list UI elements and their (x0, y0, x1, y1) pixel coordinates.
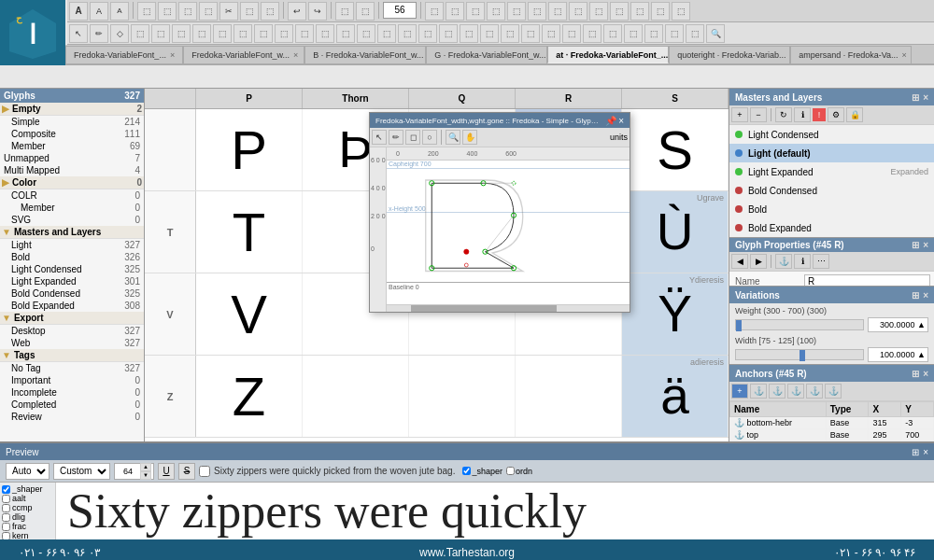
toolbar-btn[interactable]: ⬚ (418, 24, 437, 43)
anchors-add-btn[interactable]: + (731, 384, 748, 399)
toolbar-btn[interactable]: ⬚ (651, 2, 670, 21)
layer-light-default[interactable]: Light (default) (729, 144, 934, 162)
tab-close-icon[interactable]: × (293, 50, 298, 60)
variations-dock-btn[interactable]: ⊞ (912, 290, 919, 301)
glyph-cell-z3[interactable] (409, 356, 516, 437)
toolbar-btn[interactable]: ⬚ (630, 2, 649, 21)
toolbar-btn[interactable]: ⬚ (487, 2, 505, 21)
masters-lock-btn[interactable]: 🔒 (846, 107, 863, 122)
toolbar-btn[interactable]: ⬚ (316, 24, 334, 43)
toolbar-btn[interactable]: ⬚ (528, 2, 546, 21)
anchors-dock-btn[interactable]: ⊞ (912, 369, 919, 379)
feat-dlig-check[interactable] (2, 513, 10, 522)
anchor-row-2[interactable]: ⚓ top Base 295 700 (730, 429, 934, 441)
toolbar-btn[interactable]: ⬚ (178, 2, 197, 21)
sidebar-folder-masters[interactable]: ▼ Masters and Layers (0, 226, 144, 239)
toolbar-btn[interactable]: ⬚ (644, 24, 663, 43)
feat-frac-item[interactable]: frac (2, 522, 53, 531)
toolbar-btn[interactable]: ⬚ (172, 24, 191, 43)
width-value-input[interactable] (868, 347, 928, 362)
toolbar-btn[interactable]: ⬚ (686, 24, 704, 43)
tab-g-fredoka[interactable]: G · Fredoka-VariableFont_w... × (426, 46, 547, 63)
masters-dock-btn[interactable]: ⊞ (912, 92, 919, 103)
tab-active[interactable]: at · Fredoka-VariableFont_... × (547, 46, 669, 63)
toolbar-btn[interactable]: ⬚ (548, 2, 567, 21)
masters-warning-btn[interactable]: ! (813, 108, 826, 121)
weight-value-input[interactable] (868, 317, 928, 332)
sidebar-item-bold[interactable]: Bold 326 (0, 251, 144, 263)
undo-button[interactable]: ↩ (288, 2, 306, 21)
layer-bold-expanded[interactable]: Bold Expanded (729, 218, 934, 237)
anchors-type4[interactable]: ⚓ (806, 384, 823, 399)
toolbar-btn[interactable]: ⬚ (335, 2, 354, 21)
feat-ccmp-check[interactable] (2, 504, 10, 512)
weight-slider[interactable] (735, 319, 864, 330)
toolbar-btn[interactable]: ⬚ (192, 24, 211, 43)
toolbar-btn[interactable]: ⬚ (507, 2, 526, 21)
underline-btn[interactable]: U (158, 463, 175, 480)
edit-tool-select[interactable]: ↖ (372, 130, 387, 145)
toolbar-btn[interactable]: ⬚ (377, 24, 396, 43)
sidebar-item-simple[interactable]: Simple 214 (0, 116, 144, 128)
anchors-type2[interactable]: ⚓ (769, 384, 785, 399)
toolbar-btn[interactable]: ◇ (110, 24, 129, 43)
feat-shaper-item[interactable]: _shaper (2, 484, 53, 494)
sidebar-item-completed[interactable]: Completed 0 (0, 399, 144, 411)
sidebar-item-unmapped[interactable]: Unmapped 7 (0, 152, 144, 164)
toolbar-btn[interactable]: ⬚ (589, 2, 608, 21)
weight-handle[interactable] (736, 320, 742, 331)
feat-kern-check[interactable] (2, 532, 10, 540)
sidebar-item-light[interactable]: Light 327 (0, 239, 144, 251)
sidebar-item-svg[interactable]: SVG 0 (0, 214, 144, 226)
zoom-input[interactable] (383, 2, 417, 19)
masters-remove-btn[interactable]: − (750, 107, 767, 122)
feat-aalt-item[interactable]: aalt (2, 494, 53, 503)
sidebar-item-incomplete[interactable]: Incomplete 0 (0, 386, 144, 399)
glyph-cell-P[interactable]: P (196, 109, 303, 190)
props-info-btn[interactable]: ℹ (794, 254, 811, 269)
glyph-cell-adieresis[interactable]: adieresis ä (622, 356, 729, 437)
toolbar-btn[interactable]: ✏ (90, 24, 108, 43)
sidebar-item-composite[interactable]: Composite 111 (0, 128, 144, 140)
toolbar-btn[interactable]: ⬚ (624, 24, 643, 43)
toolbar-btn[interactable]: ⬚ (131, 24, 149, 43)
tab-fredoka2[interactable]: Fredoka-VariableFont_w... × (183, 46, 304, 63)
glyph-cell-z4[interactable] (516, 356, 622, 437)
sidebar-item-web[interactable]: Web 327 (0, 337, 144, 349)
glyph-cell-Ugrave[interactable]: Ugrave Ù (622, 191, 729, 273)
toolbar-btn[interactable]: ⬚ (356, 2, 375, 21)
props-more-btn[interactable]: ⋯ (813, 254, 829, 269)
editor-scrollbar-h[interactable] (387, 304, 630, 312)
toolbar-btn[interactable]: ⬚ (569, 2, 587, 21)
strikethrough-btn[interactable]: S (178, 463, 195, 480)
toolbar-btn[interactable]: ⬚ (254, 24, 273, 43)
layer-bold[interactable]: Bold (729, 200, 934, 218)
variations-close-btn[interactable]: × (923, 290, 928, 301)
toolbar-btn[interactable]: ⬚ (542, 24, 560, 43)
toolbar-btn[interactable]: ⬚ (439, 24, 458, 43)
masters-info-btn[interactable]: ℹ (794, 107, 811, 122)
feat-kern-item[interactable]: kern (2, 531, 53, 539)
toolbar-btn[interactable]: A (90, 2, 108, 21)
toolbar-btn[interactable]: ⬚ (261, 2, 279, 21)
glyph-editor-close[interactable]: × (618, 116, 624, 126)
masters-close-btn[interactable]: × (923, 92, 928, 103)
edit-tool-pen[interactable]: ✏ (389, 130, 403, 145)
anchors-type3[interactable]: ⚓ (787, 384, 804, 399)
width-handle[interactable] (800, 350, 805, 361)
glyph-cell-z2[interactable] (303, 356, 409, 437)
toolbar-btn[interactable]: ⬚ (158, 2, 177, 21)
toolbar-btn[interactable]: ⬚ (501, 24, 519, 43)
sidebar-item-bold-expanded[interactable]: Bold Expanded 308 (0, 300, 144, 312)
toolbar-btn[interactable]: A (69, 2, 88, 21)
sidebar-folder-export[interactable]: ▼ Export (0, 312, 144, 325)
tab-ampersand[interactable]: ampersand · Fredoka-Va... × (790, 46, 912, 63)
edit-tool-zoom[interactable]: 🔍 (446, 130, 460, 145)
masters-gear-btn[interactable]: ⚙ (828, 107, 844, 122)
masters-refresh-btn[interactable]: ↻ (775, 107, 792, 122)
sidebar-item-light-condensed[interactable]: Light Condensed 325 (0, 263, 144, 275)
preview-style-select[interactable]: Custom (53, 463, 110, 480)
toolbar-btn[interactable]: ⬚ (466, 2, 485, 21)
edit-tool-ellipse[interactable]: ○ (422, 130, 437, 145)
glyph-cell-S[interactable]: S (622, 109, 729, 190)
